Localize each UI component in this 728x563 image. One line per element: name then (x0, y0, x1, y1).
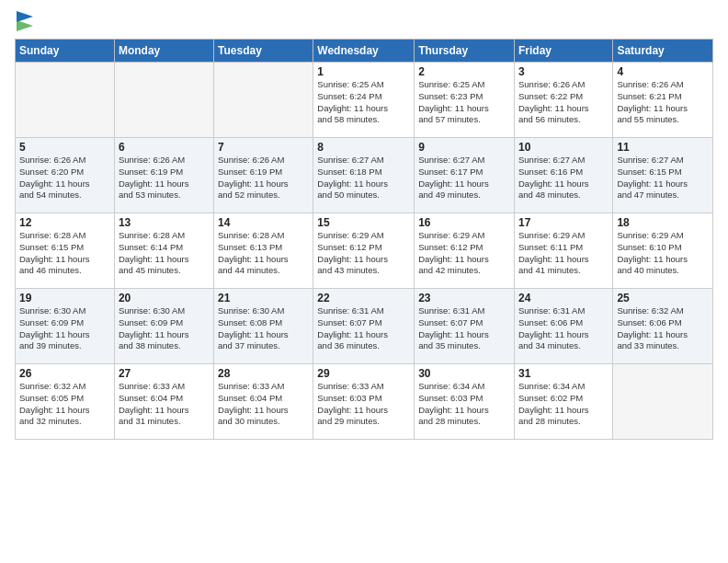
calendar-cell: 1Sunrise: 6:25 AM Sunset: 6:24 PM Daylig… (313, 63, 415, 138)
calendar: SundayMondayTuesdayWednesdayThursdayFrid… (15, 39, 713, 440)
calendar-cell: 10Sunrise: 6:27 AM Sunset: 6:16 PM Dayli… (514, 138, 612, 213)
calendar-cell: 5Sunrise: 6:26 AM Sunset: 6:20 PM Daylig… (16, 138, 115, 213)
calendar-cell: 17Sunrise: 6:29 AM Sunset: 6:11 PM Dayli… (514, 213, 612, 289)
day-number: 17 (518, 216, 609, 229)
calendar-cell: 6Sunrise: 6:26 AM Sunset: 6:19 PM Daylig… (114, 138, 213, 213)
calendar-cell: 30Sunrise: 6:34 AM Sunset: 6:03 PM Dayli… (415, 364, 515, 440)
week-row-1: 1Sunrise: 6:25 AM Sunset: 6:24 PM Daylig… (16, 63, 713, 138)
calendar-cell (613, 364, 713, 440)
day-number: 9 (418, 141, 510, 154)
weekday-friday: Friday (514, 40, 612, 63)
day-info: Sunrise: 6:34 AM Sunset: 6:02 PM Dayligh… (518, 381, 609, 428)
calendar-cell: 28Sunrise: 6:33 AM Sunset: 6:04 PM Dayli… (214, 364, 313, 440)
svg-marker-1 (17, 20, 33, 31)
day-number: 4 (617, 65, 709, 78)
day-number: 10 (518, 141, 609, 154)
calendar-cell: 14Sunrise: 6:28 AM Sunset: 6:13 PM Dayli… (214, 213, 313, 289)
weekday-sunday: Sunday (16, 40, 115, 63)
day-info: Sunrise: 6:28 AM Sunset: 6:15 PM Dayligh… (19, 230, 110, 277)
calendar-cell: 23Sunrise: 6:31 AM Sunset: 6:07 PM Dayli… (415, 289, 515, 364)
day-info: Sunrise: 6:27 AM Sunset: 6:15 PM Dayligh… (617, 155, 709, 201)
week-row-2: 5Sunrise: 6:26 AM Sunset: 6:20 PM Daylig… (16, 138, 713, 213)
day-info: Sunrise: 6:34 AM Sunset: 6:03 PM Dayligh… (418, 381, 510, 428)
svg-marker-0 (17, 11, 33, 22)
day-number: 6 (119, 141, 210, 154)
calendar-cell: 11Sunrise: 6:27 AM Sunset: 6:15 PM Dayli… (613, 138, 713, 213)
day-number: 2 (418, 65, 510, 78)
weekday-monday: Monday (114, 40, 213, 63)
calendar-cell: 22Sunrise: 6:31 AM Sunset: 6:07 PM Dayli… (313, 289, 415, 364)
day-number: 27 (119, 367, 210, 380)
calendar-cell (16, 63, 115, 138)
day-number: 23 (418, 292, 510, 304)
day-number: 28 (218, 367, 309, 380)
weekday-saturday: Saturday (613, 40, 713, 63)
day-info: Sunrise: 6:27 AM Sunset: 6:17 PM Dayligh… (418, 155, 510, 201)
day-info: Sunrise: 6:30 AM Sunset: 6:09 PM Dayligh… (19, 305, 110, 352)
day-info: Sunrise: 6:32 AM Sunset: 6:06 PM Dayligh… (617, 305, 709, 352)
day-info: Sunrise: 6:31 AM Sunset: 6:07 PM Dayligh… (317, 305, 410, 352)
calendar-cell: 19Sunrise: 6:30 AM Sunset: 6:09 PM Dayli… (16, 289, 115, 364)
day-number: 19 (19, 292, 110, 304)
day-info: Sunrise: 6:26 AM Sunset: 6:19 PM Dayligh… (119, 155, 210, 201)
calendar-cell: 24Sunrise: 6:31 AM Sunset: 6:06 PM Dayli… (514, 289, 612, 364)
day-info: Sunrise: 6:33 AM Sunset: 6:04 PM Dayligh… (119, 381, 210, 428)
calendar-cell (214, 63, 313, 138)
day-info: Sunrise: 6:25 AM Sunset: 6:24 PM Dayligh… (317, 79, 410, 126)
day-number: 20 (119, 292, 210, 304)
calendar-cell: 27Sunrise: 6:33 AM Sunset: 6:04 PM Dayli… (114, 364, 213, 440)
weekday-header-row: SundayMondayTuesdayWednesdayThursdayFrid… (16, 40, 713, 63)
day-number: 29 (317, 367, 410, 380)
calendar-cell: 7Sunrise: 6:26 AM Sunset: 6:19 PM Daylig… (214, 138, 313, 213)
day-info: Sunrise: 6:31 AM Sunset: 6:07 PM Dayligh… (418, 305, 510, 352)
calendar-cell: 13Sunrise: 6:28 AM Sunset: 6:14 PM Dayli… (114, 213, 213, 289)
calendar-cell: 20Sunrise: 6:30 AM Sunset: 6:09 PM Dayli… (114, 289, 213, 364)
calendar-cell: 4Sunrise: 6:26 AM Sunset: 6:21 PM Daylig… (613, 63, 713, 138)
day-number: 26 (19, 367, 110, 380)
header (15, 9, 713, 31)
day-info: Sunrise: 6:28 AM Sunset: 6:13 PM Dayligh… (218, 230, 309, 277)
calendar-cell (114, 63, 213, 138)
day-info: Sunrise: 6:26 AM Sunset: 6:20 PM Dayligh… (19, 155, 110, 201)
day-info: Sunrise: 6:27 AM Sunset: 6:16 PM Dayligh… (518, 155, 609, 201)
calendar-cell: 8Sunrise: 6:27 AM Sunset: 6:18 PM Daylig… (313, 138, 415, 213)
weekday-tuesday: Tuesday (214, 40, 313, 63)
calendar-cell: 29Sunrise: 6:33 AM Sunset: 6:03 PM Dayli… (313, 364, 415, 440)
day-number: 25 (617, 292, 709, 304)
day-info: Sunrise: 6:28 AM Sunset: 6:14 PM Dayligh… (119, 230, 210, 277)
day-info: Sunrise: 6:32 AM Sunset: 6:05 PM Dayligh… (19, 381, 110, 428)
day-number: 16 (418, 216, 510, 229)
day-info: Sunrise: 6:29 AM Sunset: 6:10 PM Dayligh… (617, 230, 709, 277)
day-number: 3 (518, 65, 609, 78)
day-number: 11 (617, 141, 709, 154)
day-info: Sunrise: 6:29 AM Sunset: 6:12 PM Dayligh… (418, 230, 510, 277)
day-number: 30 (418, 367, 510, 380)
day-info: Sunrise: 6:30 AM Sunset: 6:08 PM Dayligh… (218, 305, 309, 352)
day-number: 8 (317, 141, 410, 154)
calendar-cell: 18Sunrise: 6:29 AM Sunset: 6:10 PM Dayli… (613, 213, 713, 289)
day-info: Sunrise: 6:31 AM Sunset: 6:06 PM Dayligh… (518, 305, 609, 352)
week-row-3: 12Sunrise: 6:28 AM Sunset: 6:15 PM Dayli… (16, 213, 713, 289)
weekday-thursday: Thursday (415, 40, 515, 63)
logo-icon (17, 11, 33, 31)
calendar-cell: 2Sunrise: 6:25 AM Sunset: 6:23 PM Daylig… (415, 63, 515, 138)
day-number: 14 (218, 216, 309, 229)
weekday-wednesday: Wednesday (313, 40, 415, 63)
calendar-cell: 16Sunrise: 6:29 AM Sunset: 6:12 PM Dayli… (415, 213, 515, 289)
calendar-cell: 26Sunrise: 6:32 AM Sunset: 6:05 PM Dayli… (16, 364, 115, 440)
calendar-cell: 3Sunrise: 6:26 AM Sunset: 6:22 PM Daylig… (514, 63, 612, 138)
week-row-5: 26Sunrise: 6:32 AM Sunset: 6:05 PM Dayli… (16, 364, 713, 440)
page: SundayMondayTuesdayWednesdayThursdayFrid… (0, 0, 728, 563)
day-info: Sunrise: 6:26 AM Sunset: 6:19 PM Dayligh… (218, 155, 309, 201)
day-info: Sunrise: 6:33 AM Sunset: 6:03 PM Dayligh… (317, 381, 410, 428)
day-number: 1 (317, 65, 410, 78)
day-info: Sunrise: 6:26 AM Sunset: 6:21 PM Dayligh… (617, 79, 709, 126)
day-info: Sunrise: 6:29 AM Sunset: 6:12 PM Dayligh… (317, 230, 410, 277)
day-info: Sunrise: 6:26 AM Sunset: 6:22 PM Dayligh… (518, 79, 609, 126)
day-info: Sunrise: 6:27 AM Sunset: 6:18 PM Dayligh… (317, 155, 410, 201)
week-row-4: 19Sunrise: 6:30 AM Sunset: 6:09 PM Dayli… (16, 289, 713, 364)
day-info: Sunrise: 6:29 AM Sunset: 6:11 PM Dayligh… (518, 230, 609, 277)
day-info: Sunrise: 6:30 AM Sunset: 6:09 PM Dayligh… (119, 305, 210, 352)
day-number: 15 (317, 216, 410, 229)
day-number: 22 (317, 292, 410, 304)
